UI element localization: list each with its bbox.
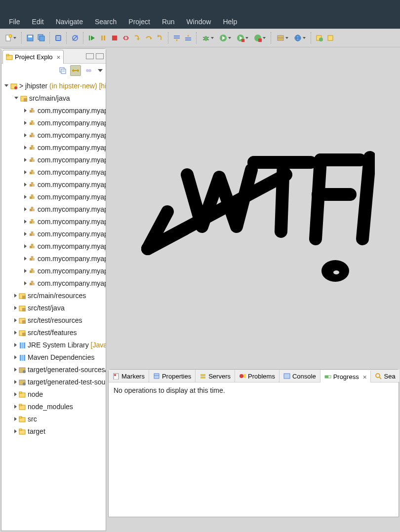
- expand-arrow-icon[interactable]: [14, 380, 17, 384]
- tree-item[interactable]: target/generated-test-sources/test-annot…: [1, 376, 106, 388]
- expand-arrow-icon[interactable]: [14, 318, 17, 322]
- prev-annotation-button[interactable]: [183, 33, 194, 43]
- run-last-button[interactable]: [234, 33, 251, 43]
- tree-item[interactable]: target: [1, 425, 106, 437]
- tree-item[interactable]: node_modules: [1, 400, 106, 413]
- tree-item[interactable]: src/test/resources: [1, 314, 106, 326]
- menu-search[interactable]: Search: [89, 16, 122, 28]
- menu-run[interactable]: Run: [156, 16, 181, 28]
- browser-button[interactable]: [291, 33, 308, 43]
- tree-project-root[interactable]: > jhipster (in hipster-new) [hipster-new…: [1, 79, 106, 92]
- view-menu-button[interactable]: [98, 69, 103, 72]
- expand-arrow-icon[interactable]: [24, 269, 27, 273]
- tab-progress[interactable]: Progress✕: [320, 370, 371, 382]
- step-return-button[interactable]: [155, 33, 165, 43]
- expand-arrow-icon[interactable]: [24, 158, 27, 162]
- save-all-button[interactable]: [36, 33, 47, 43]
- tree-package[interactable]: com.mycompany.myapp.config: [1, 129, 106, 141]
- search-button[interactable]: [325, 33, 336, 43]
- tab-properties[interactable]: Properties: [149, 370, 196, 382]
- toggle-breadcrumb-button[interactable]: [53, 33, 64, 43]
- menu-window[interactable]: Window: [181, 16, 217, 28]
- open-type-button[interactable]: [314, 33, 325, 43]
- expand-arrow-icon[interactable]: [24, 146, 27, 150]
- project-tree[interactable]: > jhipster (in hipster-new) [hipster-new…: [1, 77, 106, 531]
- terminate-button[interactable]: [109, 33, 120, 43]
- expand-arrow-icon[interactable]: [4, 84, 8, 87]
- expand-arrow-icon[interactable]: [24, 170, 27, 174]
- step-over-button[interactable]: [143, 33, 154, 43]
- expand-arrow-icon[interactable]: [14, 392, 17, 396]
- menu-help[interactable]: Help: [217, 16, 243, 28]
- tree-package[interactable]: com.mycompany.myapp.service.mapper: [1, 228, 106, 240]
- expand-arrow-icon[interactable]: [24, 121, 27, 125]
- tree-package[interactable]: com.mycompany.myapp.web.rest.errors: [1, 265, 106, 277]
- tree-item[interactable]: src/test/features: [1, 326, 106, 339]
- tree-package[interactable]: com.mycompany.myapp.web.rest: [1, 252, 106, 265]
- tree-package[interactable]: com.mycompany.myapp.aop.logging: [1, 116, 106, 129]
- expand-arrow-icon[interactable]: [24, 281, 27, 285]
- close-tab-icon[interactable]: ✕: [57, 53, 61, 61]
- minimize-pane-button[interactable]: [86, 53, 94, 59]
- expand-arrow-icon[interactable]: [14, 417, 17, 421]
- focus-task-button[interactable]: [83, 65, 94, 76]
- expand-arrow-icon[interactable]: [14, 405, 17, 409]
- expand-arrow-icon[interactable]: [14, 294, 17, 298]
- tab-problems[interactable]: Problems: [235, 370, 280, 382]
- expand-arrow-icon[interactable]: [14, 306, 17, 310]
- expand-arrow-icon[interactable]: [14, 97, 18, 99]
- maximize-pane-button[interactable]: [96, 53, 104, 59]
- tree-item[interactable]: src: [1, 413, 106, 425]
- expand-arrow-icon[interactable]: [24, 257, 27, 261]
- close-tab-icon[interactable]: ✕: [363, 373, 367, 380]
- tree-package[interactable]: com.mycompany.myapp.domain: [1, 153, 106, 166]
- expand-arrow-icon[interactable]: [24, 195, 27, 199]
- new-server-button[interactable]: [274, 33, 291, 43]
- tab-console[interactable]: Console: [280, 370, 320, 382]
- tab-search[interactable]: Sea: [371, 370, 400, 382]
- tree-package[interactable]: com.mycompany.myapp.web.rest.vm: [1, 277, 106, 289]
- tree-package[interactable]: com.mycompany.myapp.security: [1, 178, 106, 190]
- expand-arrow-icon[interactable]: [14, 343, 17, 347]
- project-explorer-tab[interactable]: Project Explo ✕: [2, 50, 64, 64]
- expand-arrow-icon[interactable]: [24, 232, 27, 236]
- step-into-button[interactable]: [132, 33, 143, 43]
- tree-package[interactable]: com.mycompany.myapp.service: [1, 203, 106, 215]
- expand-arrow-icon[interactable]: [24, 133, 27, 137]
- disconnect-button[interactable]: [120, 33, 131, 43]
- expand-arrow-icon[interactable]: [24, 244, 27, 248]
- tab-servers[interactable]: Servers: [196, 370, 235, 382]
- tree-package[interactable]: com.mycompany.myapp.service.dto: [1, 215, 106, 228]
- next-annotation-button[interactable]: [171, 33, 182, 43]
- suspend-button[interactable]: [98, 33, 109, 43]
- collapse-all-button[interactable]: [57, 65, 68, 76]
- tree-package[interactable]: com.mycompany.myapp: [1, 104, 106, 116]
- menu-edit[interactable]: Edit: [26, 16, 50, 28]
- menu-navigate[interactable]: Navigate: [50, 16, 89, 28]
- external-tools-button[interactable]: [251, 33, 268, 43]
- tree-package[interactable]: com.mycompany.myapp.security.jwt: [1, 190, 106, 203]
- tree-item[interactable]: Maven Dependencies: [1, 351, 106, 363]
- save-button[interactable]: [25, 33, 36, 43]
- menu-project[interactable]: Project: [122, 16, 156, 28]
- tree-item[interactable]: src/main/resources: [1, 289, 106, 302]
- tree-package[interactable]: com.mycompany.myapp.config.a: [1, 141, 106, 153]
- skip-breakpoints-button[interactable]: [70, 33, 80, 43]
- expand-arrow-icon[interactable]: [14, 355, 17, 359]
- tree-package[interactable]: com.mycompany.myapp.repository: [1, 166, 106, 178]
- expand-arrow-icon[interactable]: [14, 429, 17, 433]
- tree-item[interactable]: node: [1, 388, 106, 400]
- tree-package[interactable]: com.mycompany.myapp.service.util: [1, 240, 106, 252]
- tree-item[interactable]: target/generated-sources/annotations: [1, 363, 106, 376]
- debug-button[interactable]: [200, 33, 216, 43]
- expand-arrow-icon[interactable]: [24, 109, 27, 113]
- tree-item[interactable]: src/test/java: [1, 302, 106, 314]
- resume-button[interactable]: [86, 33, 97, 43]
- new-button[interactable]: [2, 33, 19, 43]
- tree-src-main-java[interactable]: src/main/java: [1, 92, 106, 104]
- expand-arrow-icon[interactable]: [14, 368, 17, 372]
- expand-arrow-icon[interactable]: [14, 331, 17, 335]
- expand-arrow-icon[interactable]: [24, 183, 27, 187]
- menu-file[interactable]: File: [3, 16, 26, 28]
- expand-arrow-icon[interactable]: [24, 207, 27, 211]
